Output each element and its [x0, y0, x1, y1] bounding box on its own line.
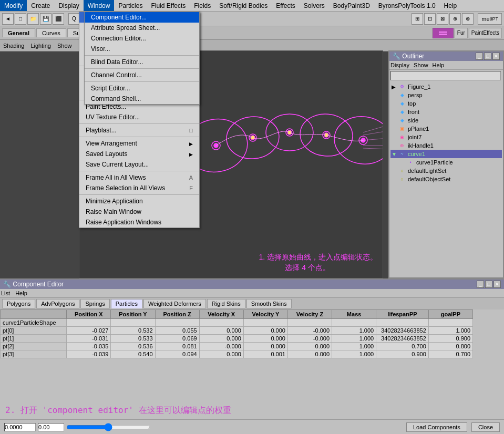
close-button[interactable]: Close	[471, 422, 500, 432]
menubar-display[interactable]: Display	[54, 0, 83, 11]
pt2-goalpp[interactable]: 0.800	[428, 343, 472, 350]
menubar-help[interactable]: Help	[440, 0, 461, 11]
pt1-posy[interactable]: 0.533	[111, 335, 155, 343]
lighting-menu[interactable]: Lighting	[30, 43, 51, 49]
outliner-item-figure1[interactable]: ▶ ⚙ Figure_1	[390, 82, 502, 91]
outliner-menu-display[interactable]: Display	[390, 62, 409, 68]
menu-raise-main[interactable]: Raise Main Window	[79, 206, 199, 217]
toolbar-snap-1[interactable]: ⊞	[412, 13, 423, 25]
pt2-posz[interactable]: 0.081	[155, 343, 199, 350]
outliner-close[interactable]: ✕	[492, 53, 500, 60]
comp-editor-close[interactable]: ✕	[493, 281, 501, 288]
menubar-create[interactable]: Create	[27, 0, 54, 11]
menu-save-layout[interactable]: Save Current Layout...	[79, 159, 199, 170]
comp-tab-rigid[interactable]: Rigid Skins	[207, 299, 245, 308]
menu-command-shell[interactable]: Command Shell...	[85, 94, 199, 104]
menu-minimize-app[interactable]: Minimize Application	[79, 196, 199, 206]
pt3-lifespan[interactable]: 0.900	[376, 350, 429, 358]
shading-menu[interactable]: Shading	[3, 43, 24, 49]
pt0-posx[interactable]: -0.027	[67, 327, 111, 335]
menubar-bodypaint[interactable]: BodyPaint3D	[329, 0, 374, 11]
outliner-item-ikhandle1[interactable]: ⊕ ikHandle1	[390, 141, 502, 150]
pt2-mass[interactable]: 1.000	[332, 343, 376, 350]
menubar-modify[interactable]: Modify	[0, 0, 27, 11]
menu-comp-editor[interactable]: Component Editor...	[85, 12, 199, 23]
outliner-item-curve1particle[interactable]: • curve1Particle	[390, 158, 502, 167]
menubar-fluid[interactable]: Fluid Effects	[147, 0, 190, 11]
extra-btn-paint-effects[interactable]: PaintEffects	[469, 28, 502, 38]
comp-editor-menu-help[interactable]: Help	[15, 290, 27, 296]
pt2-velz[interactable]: 0.000	[287, 343, 332, 350]
toolbar-snap-5[interactable]: ⊗	[462, 13, 474, 25]
pt0-velz[interactable]: -0.000	[287, 327, 332, 335]
pt3-vely[interactable]: 0.001	[243, 350, 287, 358]
pt1-lifespan[interactable]: 34028234663852	[376, 335, 429, 343]
pt1-posx[interactable]: -0.031	[67, 335, 111, 343]
outliner-item-joint7[interactable]: ◉ joint7	[390, 133, 502, 141]
comp-editor-minimize[interactable]: _	[477, 281, 484, 288]
comp-tab-particles[interactable]: Particles	[111, 299, 142, 308]
toolbar-btn-5[interactable]: ⬛	[53, 13, 64, 25]
comp-tab-advpolygons[interactable]: AdvPolygons	[36, 299, 79, 308]
tab-curves[interactable]: Curves	[36, 28, 66, 37]
pt0-velx[interactable]: 0.000	[199, 327, 243, 335]
show-menu[interactable]: Show	[57, 43, 72, 49]
comp-tab-weighted[interactable]: Weighted Deformers	[143, 299, 206, 308]
pt3-velx[interactable]: 0.000	[199, 350, 243, 358]
pt1-goalpp[interactable]: 0.900	[428, 335, 472, 343]
pt3-posz[interactable]: 0.094	[155, 350, 199, 358]
menu-blind-data[interactable]: Blind Data Editor...	[85, 57, 199, 67]
pt2-lifespan[interactable]: 0.700	[376, 343, 429, 350]
outliner-menu-help[interactable]: Help	[433, 62, 445, 68]
menu-channel-control[interactable]: Channel Control...	[85, 70, 199, 80]
pt1-mass[interactable]: 1.000	[332, 335, 376, 343]
outliner-item-persp[interactable]: ◆ persp	[390, 91, 502, 99]
menu-script-editor[interactable]: Script Editor...	[85, 83, 199, 94]
comp-coord-input[interactable]	[4, 423, 36, 431]
comp-tab-polygons[interactable]: Polygons	[2, 299, 35, 308]
pt2-velx[interactable]: -0.000	[199, 343, 243, 350]
toolbar-snap-3[interactable]: ⊠	[437, 13, 448, 25]
pt2-posx[interactable]: -0.035	[67, 343, 111, 350]
pt3-velz[interactable]: 0.000	[287, 350, 332, 358]
outliner-search-input[interactable]	[390, 71, 501, 80]
pt3-posx[interactable]: -0.039	[67, 350, 111, 358]
menubar-particles[interactable]: Particles	[114, 0, 147, 11]
toolbar-btn-2[interactable]: □	[15, 13, 26, 25]
comp-tab-springs[interactable]: Springs	[80, 299, 109, 308]
pt2-posy[interactable]: 0.536	[111, 343, 155, 350]
menubar-byrons[interactable]: ByronsPolyTools 1.0	[374, 0, 440, 11]
toolbar-snap-4[interactable]: ⊕	[449, 13, 461, 25]
tab-general[interactable]: General	[2, 28, 35, 37]
toolbar-btn-4[interactable]: 💾	[40, 13, 52, 25]
outliner-minimize[interactable]: _	[476, 53, 483, 60]
menubar-fields[interactable]: Fields	[190, 0, 215, 11]
menu-saved-layouts[interactable]: Saved Layouts	[79, 149, 199, 159]
outliner-expand-curve1[interactable]: ▼	[392, 151, 398, 157]
outliner-item-top[interactable]: ◆ top	[390, 99, 502, 108]
toolbar-snap-2[interactable]: ⊡	[424, 13, 436, 25]
pt2-vely[interactable]: 0.000	[243, 343, 287, 350]
outliner-menu-show[interactable]: Show	[414, 62, 428, 68]
comp-table-wrapper[interactable]: Position X Position Y Position Z Velocit…	[0, 309, 504, 394]
pt1-velx[interactable]: 0.000	[199, 335, 243, 343]
outliner-item-lightset[interactable]: ○ defaultLightSet	[390, 167, 502, 175]
menubar-softrigid[interactable]: Soft/Rigid Bodies	[215, 0, 272, 11]
comp-editor-menu-list[interactable]: List	[1, 290, 10, 296]
comp-tab-smooth[interactable]: Smooth Skins	[246, 299, 292, 308]
comp-value-input[interactable]	[38, 423, 64, 431]
toolbar-btn-6[interactable]: Q	[68, 13, 80, 25]
load-components-button[interactable]: Load Components	[406, 422, 467, 432]
outliner-item-objectset[interactable]: ○ defaultObjectSet	[390, 175, 502, 183]
menubar-solvers[interactable]: Solvers	[300, 0, 329, 11]
pt0-lifespan[interactable]: 34028234663852	[376, 327, 429, 335]
outliner-item-front[interactable]: ◆ front	[390, 108, 502, 116]
pt0-posz[interactable]: 0.055	[155, 327, 199, 335]
pt1-vely[interactable]: 0.000	[243, 335, 287, 343]
pt3-posy[interactable]: 0.540	[111, 350, 155, 358]
outliner-maximize[interactable]: □	[484, 53, 491, 60]
pt1-velz[interactable]: -0.000	[287, 335, 332, 343]
menu-view-arrangement[interactable]: View Arrangement	[79, 138, 199, 149]
menu-visor[interactable]: Visor...	[85, 44, 199, 54]
extra-tab-1[interactable]	[433, 28, 454, 38]
